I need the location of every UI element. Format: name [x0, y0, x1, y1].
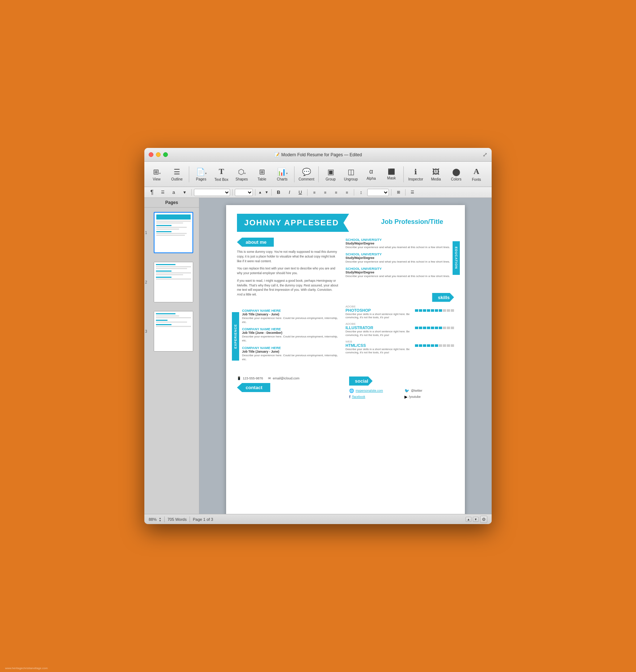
fullscreen-button[interactable]: [163, 152, 168, 157]
window-title: 📝 Modern Fold Resume for Pages — Edited: [274, 152, 362, 157]
inspector-button[interactable]: ℹ Inspector: [406, 164, 425, 185]
edu-desc-1: Describe your experience and what you le…: [345, 245, 454, 249]
status-sep-2: [190, 516, 190, 522]
prev-page-button[interactable]: ▲: [466, 517, 471, 522]
exp-entry-1: COMPANY NAME HERE Job Title (January - J…: [242, 309, 338, 324]
zoom-control[interactable]: 88% ▲ ▼: [149, 517, 161, 522]
status-controls: ▲ ▼ ⚙: [466, 516, 487, 523]
toolbar-separator-2: [294, 166, 294, 182]
charts-button[interactable]: 📊▾ Charts: [273, 164, 292, 185]
zoom-up[interactable]: ▲: [159, 517, 161, 519]
bottom-section: 📱 123-555-9876 ✉ email@icloud.com contac…: [226, 373, 465, 403]
font-size-stepper-down[interactable]: ▼: [264, 189, 269, 196]
experience-label: experience: [234, 324, 237, 349]
page-1-thumbnail[interactable]: [154, 212, 193, 253]
align-left-button[interactable]: ≡: [310, 189, 319, 196]
facebook-link[interactable]: /facebook: [352, 395, 365, 399]
social-grid: 🌐 mypersonalsite.com 🐦 @twitter f /faceb…: [349, 388, 454, 399]
document-area[interactable]: JOHNNY APPLESEED Job Profession/Title ab…: [199, 198, 492, 514]
align-right-button[interactable]: ≡: [331, 189, 341, 196]
exp-title-3: Job Title (January - June): [242, 350, 338, 353]
page-3-thumbnail[interactable]: [154, 311, 193, 352]
resume-job-title: Job Profession/Title: [381, 218, 443, 226]
skill-adobe2-label: ADOBE: [345, 322, 411, 326]
status-sep-1: [164, 516, 165, 522]
edu-entry-3: SCHOOL UNIVERSITY Study/Major/Degree Des…: [345, 267, 454, 278]
next-page-button[interactable]: ▼: [473, 517, 479, 522]
education-entries: SCHOOL UNIVERSITY Study/Major/Degree Des…: [345, 238, 454, 278]
page-2-preview: [154, 262, 193, 302]
shapes-icon: ⬡▾: [238, 167, 246, 176]
email-address: email@icloud.com: [273, 377, 300, 380]
zoom-stepper[interactable]: ▲ ▼: [159, 517, 161, 522]
close-button[interactable]: [149, 152, 153, 157]
page-2-thumbnail[interactable]: [154, 262, 193, 302]
website-link[interactable]: mypersonalsite.com: [356, 389, 383, 392]
align-center-button[interactable]: ≡: [321, 189, 330, 196]
page-3-container: 3: [151, 309, 196, 354]
text-style-dropdown[interactable]: ▾: [180, 189, 189, 196]
twitter-handle: @twitter: [411, 389, 422, 392]
mask-button[interactable]: ⬛ Mask: [382, 164, 401, 185]
page-2-number: 2: [145, 280, 147, 284]
align-justify-button[interactable]: ≡: [342, 189, 352, 196]
minimize-button[interactable]: [156, 152, 161, 157]
underline-button[interactable]: U: [296, 189, 305, 196]
education-label-bar: education: [453, 241, 460, 275]
toolbar-separator-3: [318, 166, 319, 182]
view-options-button[interactable]: ⚙: [480, 516, 487, 523]
skill-photoshop-info: ADOBE PHOTOSHOP Describe your skills in …: [345, 305, 411, 320]
fonts-icon: A: [474, 167, 479, 176]
skill-photoshop-desc: Describe your skills in a short sentence…: [345, 312, 411, 320]
table-button[interactable]: ⊞ Table: [253, 164, 271, 185]
skill-illustrator-bars: [415, 327, 454, 329]
format-separator-6: [354, 189, 354, 196]
outline-button[interactable]: ☰ Outline: [168, 164, 186, 185]
skill-photoshop-bars: [415, 309, 454, 312]
font-family-select[interactable]: [194, 189, 230, 196]
exp-entry-3: COMPANY NAME HERE Job Title (January - J…: [242, 346, 338, 361]
exp-desc-3: Describe your experience here. Could be …: [242, 353, 338, 361]
social-website: 🌐 mypersonalsite.com: [349, 388, 399, 393]
main-content: Pages 1: [144, 198, 492, 514]
format-bar: ¶ ☰ a ▾ ▲ ▼ B I U ≡ ≡ ≡ ≡ ↕ ⊞ ☰: [144, 187, 492, 198]
alpha-button[interactable]: α Alpha: [362, 164, 381, 185]
format-separator-7: [391, 189, 391, 196]
outline-icon: ☰: [174, 167, 180, 176]
pages-button[interactable]: 📄▾ Pages: [192, 164, 211, 185]
edu-degree-1: Study/Major/Degree: [345, 242, 454, 245]
list-options-icon[interactable]: ☰: [408, 189, 417, 196]
fonts-button[interactable]: A Fonts: [467, 164, 486, 185]
view-button[interactable]: ⊞▾ View: [147, 164, 166, 185]
zoom-down[interactable]: ▼: [159, 519, 161, 522]
url-watermark: www.heritagechristianvillage.com: [5, 667, 48, 670]
ungroup-button[interactable]: ◫ Ungroup: [342, 164, 360, 185]
shapes-button[interactable]: ⬡▾ Shapes: [232, 164, 251, 185]
skill-illustrator-desc: Describe your skills in a short sentence…: [345, 330, 411, 337]
colors-button[interactable]: ⬤ Colors: [447, 164, 466, 185]
skill-htmlcss-desc: Describe your skills in a short sentence…: [345, 348, 411, 355]
contact-info-row: 📱 123-555-9876 ✉ email@icloud.com: [237, 377, 342, 380]
media-button[interactable]: 🖼 Media: [427, 164, 445, 185]
resume-name: JOHNNY APPLESEED: [244, 218, 339, 227]
spacer-1: [237, 303, 338, 309]
page-2-container: 2: [151, 260, 196, 305]
exp-entry-2: COMPANY NAME HERE Job Title (June - Dece…: [242, 327, 338, 343]
mac-window: 📝 Modern Fold Resume for Pages — Edited …: [144, 148, 492, 524]
experience-section: experience COMPANY NAME HERE Job Title (…: [237, 309, 338, 364]
group-button[interactable]: ▣ Group: [321, 164, 340, 185]
about-text-3: If you want to read, I might suggest a g…: [237, 278, 338, 297]
window-resize-btn[interactable]: ⤢: [483, 151, 487, 158]
font-size-select[interactable]: [235, 189, 253, 196]
italic-button[interactable]: I: [285, 189, 294, 196]
format-separator-8: [405, 189, 406, 196]
line-spacing-select[interactable]: [367, 189, 389, 196]
format-separator-5: [307, 189, 308, 196]
experience-inner: experience COMPANY NAME HERE Job Title (…: [237, 309, 338, 364]
comment-button[interactable]: 💬 Comment: [297, 164, 316, 185]
skill-htmlcss: WEB HTML/CSS Describe your skills in a s…: [345, 340, 454, 355]
bold-button[interactable]: B: [274, 189, 283, 196]
font-size-stepper[interactable]: ▲: [258, 189, 263, 196]
textbox-button[interactable]: T Text Box: [212, 164, 231, 185]
globe-icon: 🌐: [349, 388, 354, 393]
